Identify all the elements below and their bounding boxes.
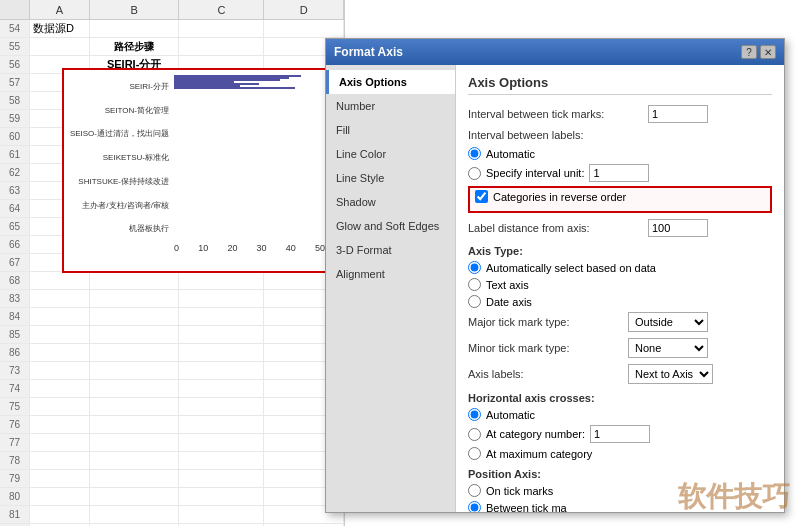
nav-item-line-color[interactable]: Line Color [326,142,455,166]
label-distance-label: Label distance from axis: [468,222,648,234]
table-row: 73 [0,362,344,380]
categories-reverse-checkbox[interactable] [475,190,488,203]
h-max-row: At maximum category [468,447,772,460]
chart-label: 机器板执行 [69,224,169,234]
major-tick-label: Major tick mark type: [468,316,628,328]
dialog-controls: ? ✕ [741,45,776,59]
table-row: 68 [0,272,344,290]
categories-reverse-row: Categories in reverse order [475,190,765,203]
h-max-radio[interactable] [468,447,481,460]
table-row: 55 路径步骤 [0,38,344,56]
chart-label: 主办者/支柱/咨询者/审核 [69,201,169,211]
help-button[interactable]: ? [741,45,757,59]
axis-labels-label: Axis labels: [468,368,628,380]
watermark: 软件技巧 [678,478,790,516]
auto-label: Automatic [486,148,535,160]
major-tick-select[interactable]: Outside Inside Cross None [628,312,708,332]
specify-radio-row: Specify interval unit: [468,164,772,182]
table-row: 85 [0,326,344,344]
position-tick-label: On tick marks [486,485,553,497]
spreadsheet-area: A B C D 54 数据源D 55 路径步骤 56 SEIRI-分开 [0,0,345,526]
col-d-header: D [264,0,344,19]
bar-row [174,87,325,89]
chart-x-axis: 0 10 20 30 40 50 [174,243,325,253]
nav-item-axis-options[interactable]: Axis Options [326,70,455,94]
dialog-nav: Axis Options Number Fill Line Color Line… [326,65,456,512]
table-row: 79 [0,470,344,488]
interval-labels-label: Interval between labels: [468,129,648,141]
nav-item-alignment[interactable]: Alignment [326,262,455,286]
axis-labels-select[interactable]: Next to Axis High Low None [628,364,713,384]
h-category-label: At category number: [486,428,585,440]
h-category-radio[interactable] [468,428,481,441]
axis-text-radio[interactable] [468,278,481,291]
table-row: 75 [0,398,344,416]
categories-reverse-box: Categories in reverse order [468,186,772,213]
table-row: 77 [0,434,344,452]
chart-bars [174,75,325,241]
h-auto-label: Automatic [486,409,535,421]
chart-label: SEITON-简化管理 [69,106,169,116]
major-tick-row: Major tick mark type: Outside Inside Cro… [468,312,772,332]
table-row: 83 [0,290,344,308]
col-c-header: C [179,0,264,19]
axis-text-label: Text axis [486,279,529,291]
minor-tick-row: Minor tick mark type: None Outside Insid… [468,338,772,358]
axis-labels-row: Axis labels: Next to Axis High Low None [468,364,772,384]
dialog-content: Axis Options Interval between tick marks… [456,65,784,512]
col-headers: A B C D [0,0,344,20]
interval-tick-row: Interval between tick marks: [468,105,772,123]
close-button[interactable]: ✕ [760,45,776,59]
dialog-body: Axis Options Number Fill Line Color Line… [326,65,784,512]
table-row: 84 [0,308,344,326]
chart-label: SEISO-通过清洁，找出问题 [69,129,169,139]
axis-date-row: Date axis [468,295,772,308]
format-axis-dialog: Format Axis ? ✕ Axis Options Number Fill… [325,38,785,513]
minor-tick-label: Minor tick mark type: [468,342,628,354]
h-category-input[interactable] [590,425,650,443]
table-row: 81 [0,506,344,524]
axis-auto-row: Automatically select based on data [468,261,772,274]
table-row: 54 数据源D [0,20,344,38]
nav-item-fill[interactable]: Fill [326,118,455,142]
table-row: 78 [0,452,344,470]
h-auto-radio[interactable] [468,408,481,421]
col-a-header: A [30,0,90,19]
interval-tick-input[interactable] [648,105,708,123]
chart-label: SEIRI-分开 [69,82,169,92]
specify-value-input[interactable] [589,164,649,182]
chart-area[interactable]: SEIRI-分开 SEITON-简化管理 SEISO-通过清洁，找出问题 SEI… [62,68,332,273]
categories-reverse-label: Categories in reverse order [493,191,626,203]
h-category-row: At category number: [468,425,772,443]
axis-text-row: Text axis [468,278,772,291]
section-title: Axis Options [468,75,772,95]
axis-auto-label: Automatically select based on data [486,262,656,274]
specify-radio[interactable] [468,167,481,180]
interval-labels-header: Interval between labels: [468,129,772,141]
minor-tick-select[interactable]: None Outside Inside Cross [628,338,708,358]
interval-tick-label: Interval between tick marks: [468,108,648,120]
nav-item-number[interactable]: Number [326,94,455,118]
nav-item-shadow[interactable]: Shadow [326,190,455,214]
auto-radio-row: Automatic [468,147,772,160]
chart-label: SHITSUKE-保持持续改进 [69,177,169,187]
auto-radio[interactable] [468,147,481,160]
label-distance-input[interactable] [648,219,708,237]
excel-window: A B C D 54 数据源D 55 路径步骤 56 SEIRI-分开 [0,0,800,526]
table-row: 74 [0,380,344,398]
table-row: 86 [0,344,344,362]
nav-item-line-style[interactable]: Line Style [326,166,455,190]
position-between-radio[interactable] [468,501,481,512]
axis-date-radio[interactable] [468,295,481,308]
position-tick-radio[interactable] [468,484,481,497]
axis-date-label: Date axis [486,296,532,308]
dialog-title: Format Axis [334,45,403,59]
axis-auto-radio[interactable] [468,261,481,274]
position-between-label: Between tick ma [486,502,567,513]
nav-item-3d-format[interactable]: 3-D Format [326,238,455,262]
nav-item-glow-soft[interactable]: Glow and Soft Edges [326,214,455,238]
h-axis-title: Horizontal axis crosses: [468,392,772,404]
lower-rows: 83 84 85 86 [0,290,344,362]
table-row: 80 [0,488,344,506]
bar [174,87,295,89]
